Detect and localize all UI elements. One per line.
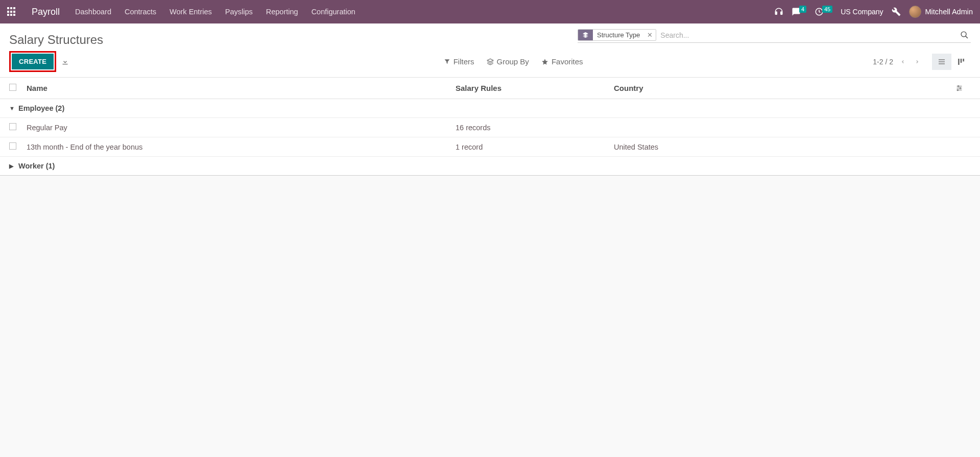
row-checkbox[interactable] [9,123,16,130]
nav-work-entries[interactable]: Work Entries [170,8,212,16]
svg-point-13 [960,87,961,89]
optional-fields-icon[interactable] [955,84,971,92]
user-name-label: Mitchell Admin [925,8,973,16]
control-panel: Salary Structures Structure Type ✕ CREAT… [0,23,980,78]
import-icon[interactable] [61,58,69,65]
nav-links: Dashboard Contracts Work Entries Payslip… [75,8,355,16]
cell-rules: 1 record [456,143,614,151]
app-brand[interactable]: Payroll [32,7,60,17]
pager-prev-icon[interactable] [898,57,907,66]
select-all-checkbox[interactable] [9,84,16,91]
view-switcher [932,54,971,70]
filters-label: Filters [453,57,474,66]
pager: 1-2 / 2 [873,57,922,66]
group-label: Worker (1) [18,162,55,170]
svg-point-11 [958,86,959,87]
group-row-employee[interactable]: ▼ Employee (2) [0,99,980,118]
table-row[interactable]: Regular Pay 16 records [0,118,980,137]
pager-value[interactable]: 1-2 / 2 [873,58,893,66]
svg-rect-7 [958,59,960,65]
groupby-dropdown[interactable]: Group By [487,57,529,66]
filters-dropdown[interactable]: Filters [444,57,474,66]
nav-contracts[interactable]: Contracts [125,8,156,16]
nav-dashboard[interactable]: Dashboard [75,8,111,16]
svg-rect-8 [961,59,962,63]
facet-remove-icon[interactable]: ✕ [644,30,656,40]
kanban-view-icon[interactable] [951,54,971,70]
company-switcher[interactable]: US Company [841,8,883,16]
cell-name: Regular Pay [27,124,456,132]
facet-label: Structure Type [593,30,644,40]
user-avatar-icon [909,6,921,18]
header-name[interactable]: Name [27,84,456,92]
layers-icon [578,30,593,40]
activities-badge: 45 [822,6,832,13]
cell-rules: 16 records [456,124,614,132]
list-view-icon[interactable] [932,54,951,70]
activities-icon[interactable]: 45 [815,7,832,16]
search-icon[interactable] [958,29,971,41]
nav-payslips[interactable]: Payslips [225,8,253,16]
favorites-label: Favorites [552,57,583,66]
groupby-label: Group By [497,57,529,66]
search-facet-structure-type: Structure Type ✕ [578,29,656,41]
caret-down-icon: ▼ [9,105,18,111]
nav-reporting[interactable]: Reporting [266,8,298,16]
svg-point-3 [961,32,966,37]
svg-rect-0 [775,12,777,14]
page-title: Salary Structures [9,29,578,47]
cell-name: 13th month - End of the year bonus [27,143,456,151]
apps-menu-icon[interactable] [7,7,16,16]
svg-rect-1 [781,12,782,14]
svg-point-15 [957,89,959,91]
top-navbar: Payroll Dashboard Contracts Work Entries… [0,0,980,23]
group-label: Employee (2) [18,104,64,112]
pager-next-icon[interactable] [913,57,922,66]
search-input[interactable] [656,29,958,41]
svg-rect-9 [963,59,964,61]
group-row-worker[interactable]: ▶ Worker (1) [0,157,980,176]
systray-phone-icon[interactable] [774,7,783,16]
create-button-highlight: CREATE [9,51,56,72]
debug-icon[interactable] [892,7,901,16]
favorites-dropdown[interactable]: Favorites [541,57,583,66]
caret-right-icon: ▶ [9,163,18,170]
user-menu[interactable]: Mitchell Admin [909,6,973,18]
table-row[interactable]: 13th month - End of the year bonus 1 rec… [0,137,980,157]
table-header: Name Salary Rules Country [0,78,980,99]
messages-badge: 4 [799,6,806,13]
search-bar[interactable]: Structure Type ✕ [578,29,971,43]
create-button[interactable]: CREATE [12,54,54,69]
cell-country: United States [614,143,955,151]
header-salary-rules[interactable]: Salary Rules [456,84,614,92]
row-checkbox[interactable] [9,142,16,150]
nav-configuration[interactable]: Configuration [312,8,355,16]
list-view: Name Salary Rules Country ▼ Employee (2)… [0,78,980,176]
messages-icon[interactable]: 4 [792,7,806,16]
header-country[interactable]: Country [614,84,955,92]
